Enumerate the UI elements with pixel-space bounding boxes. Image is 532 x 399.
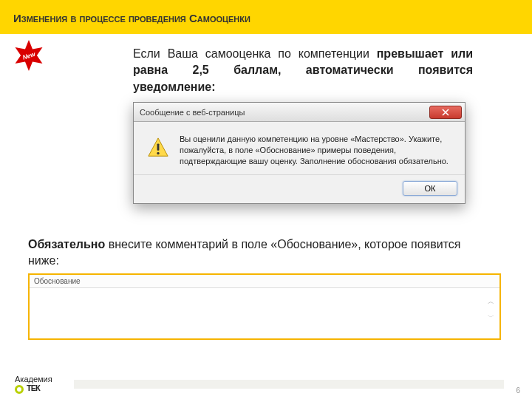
- intro-text: Если Ваша самооценка по компетенции прев…: [133, 46, 473, 95]
- scroll-indicator: ︿ ﹀: [488, 297, 497, 322]
- notification-dialog: Сообщение с веб-страницы Вы оценили данн…: [133, 102, 466, 204]
- page-number: 6: [516, 386, 520, 395]
- svg-point-3: [157, 152, 159, 154]
- brand-line1: Академия: [15, 375, 52, 384]
- chevron-up-icon: ︿: [488, 297, 497, 307]
- warning-icon: [147, 137, 169, 167]
- dialog-footer: ОК: [134, 174, 465, 203]
- title-bar: Изменения в процессе проведения Самооцен…: [0, 0, 532, 34]
- justification-field[interactable]: Обоснование ︿ ﹀: [28, 273, 501, 340]
- page-title: Изменения в процессе проведения Самооцен…: [13, 12, 250, 24]
- ok-button[interactable]: ОК: [403, 181, 457, 196]
- brand-ring-icon: [15, 385, 24, 394]
- justification-label: Обоснование: [30, 275, 499, 288]
- brand-logo: Академия ТЕК: [15, 375, 52, 393]
- chevron-down-icon: ﹀: [488, 313, 497, 322]
- dialog-titlebar: Сообщение с веб-страницы: [134, 103, 465, 122]
- close-icon: [442, 109, 449, 116]
- dialog-message: Вы оценили данную компетенцию на уровне …: [180, 134, 451, 167]
- brand-line2: ТЕК: [27, 384, 40, 393]
- close-button[interactable]: [429, 106, 462, 119]
- svg-rect-2: [157, 143, 160, 150]
- instruction-text: Обязательно внесите комментарий в поле «…: [28, 236, 486, 268]
- dialog-body: Вы оценили данную компетенцию на уровне …: [134, 122, 465, 174]
- intro-part1: Если Ваша самооценка по компетенции: [133, 47, 377, 60]
- footer-divider: [74, 380, 504, 389]
- new-badge: New: [13, 40, 44, 71]
- instruction-bold: Обязательно: [28, 238, 105, 250]
- dialog-title: Сообщение с веб-страницы: [140, 108, 245, 117]
